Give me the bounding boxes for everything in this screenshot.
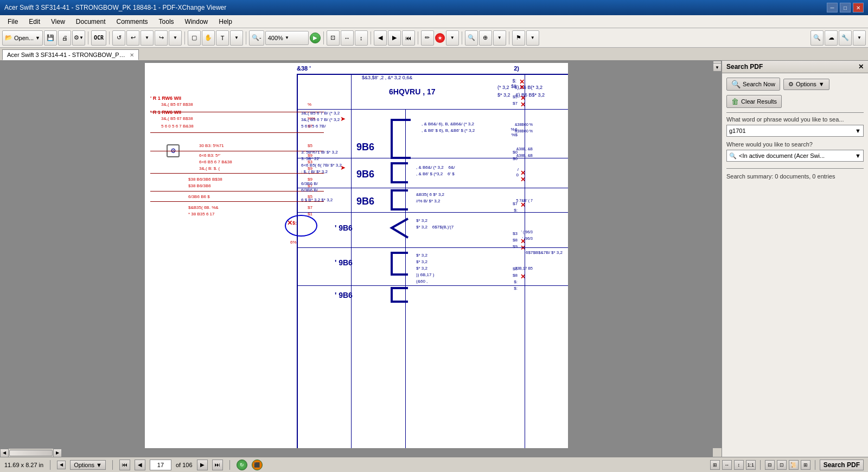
menu-window[interactable]: Window [180,17,214,27]
pdf-line-6 [150,201,324,202]
divider-2 [726,168,864,169]
statusbar-options-button[interactable]: Options ▼ [70,460,106,470]
pdf-c-star5: (&60 , [416,279,427,284]
pdf-c-dot-b: : $. ( B/ $* 3,2 [301,169,328,174]
toolbar: 📂 Open... ▼ 💾 🖨 ⚙ ▼ OCR ↺ ↩ ▼ ↪ ▼ ▢ ✋ T … [0,28,868,48]
next-page-btn[interactable]: ▶ [388,30,401,46]
pdf-bracket-4 [389,216,411,240]
text-tool[interactable]: T [216,30,229,46]
search-input-dropdown[interactable]: g1701 ▼ [726,125,864,137]
search-dropdown2[interactable]: ▼ [493,30,506,46]
zoom-fit-height-btn[interactable]: ↕ [734,460,744,470]
extra-dropdown[interactable]: ▼ [526,30,539,46]
hscroll-thumb[interactable] [9,450,53,456]
refresh-button[interactable]: ↺ [112,30,125,46]
maximize-button[interactable]: □ [840,3,851,12]
search-now-button[interactable]: 🔍 Search Now [726,78,780,91]
pdf-r-38b60-2: &38B60 % [515,129,533,133]
menu-tools[interactable]: Tools [154,17,180,27]
pdf-col-header-2: $8 [511,84,516,89]
nav-prev-button[interactable]: ◀ [135,460,145,470]
pdf-38b6-2: $38 B6/3B6 [188,183,211,188]
nav-btn-2[interactable]: ⏮ [402,30,415,46]
search-location-dropdown[interactable]: 🔍 <In active document (Acer Swi... ▼ [726,150,864,162]
pdf-page: &38 ' 2) $&3,$8' ,2 , &* 3,2 0,6& 6HQVRU… [0,61,713,448]
annotation-btn[interactable]: ✏ [421,30,434,46]
menu-file[interactable]: File [2,17,23,27]
fit-width-button[interactable]: ↔ [341,30,354,46]
undo-dropdown[interactable]: ▼ [141,30,154,46]
zoom-dropdown[interactable]: 400% ▼ [265,31,309,45]
redo-dropdown[interactable]: ▼ [169,30,182,46]
print-button[interactable]: 🖨 [58,30,71,46]
magnify-btn[interactable]: 🔍 [810,30,824,46]
tool-extra-dropdown[interactable]: ▼ [853,30,866,46]
extra-btn[interactable]: ⚑ [512,30,525,46]
save-button[interactable]: 💾 [44,30,57,46]
ocr-button[interactable]: OCR [91,30,106,46]
zoom-arrow: ▼ [285,35,289,40]
pdf-arrow-1: ➤ [340,115,346,123]
scroll-right-button[interactable]: ▶ [53,449,62,457]
zoom-pages-btn[interactable]: ⊡ [777,460,787,470]
clear-results-button[interactable]: 🗑 Clear Results [726,95,782,108]
zoom-fit-width-btn[interactable]: ↔ [722,460,732,470]
minimize-button[interactable]: ─ [827,3,838,12]
panel-close-icon[interactable]: ✕ [858,63,864,71]
page-number-input[interactable] [150,460,171,470]
settings-button[interactable]: ⚙ ▼ [72,30,85,46]
scroll-left-button[interactable]: ◀ [0,449,9,457]
pdf-hline-3 [297,188,568,188]
select-tool[interactable]: ▢ [188,30,201,46]
menu-view[interactable]: View [46,17,71,27]
red-dropdown[interactable]: ▼ [446,30,459,46]
menu-edit[interactable]: Edit [23,17,46,27]
nav-refresh-button[interactable]: ↻ [237,460,247,470]
tab-close-icon[interactable]: ✕ [130,52,134,58]
red-tool-btn[interactable]: ★ [435,33,445,43]
search-btn[interactable]: ⊕ [479,30,492,46]
zoom-out-btn[interactable]: 🔍- [249,30,264,46]
zoom-in-btn2[interactable]: 🔍 [465,30,478,46]
zoom-columns-btn[interactable]: ⊟ [765,460,775,470]
nav-last-button[interactable]: ⏭ [212,460,223,470]
nav-next-button[interactable]: ▶ [197,460,208,470]
separator-3 [184,31,185,44]
cloud-btn[interactable]: ☁ [825,30,838,46]
nav-first-button[interactable]: ⏮ [119,460,130,470]
hand-tool[interactable]: ✋ [202,30,215,46]
menu-document[interactable]: Document [71,17,111,27]
zoom-in-go-button[interactable]: ▶ [310,33,321,43]
tool-extra[interactable]: 🔧 [839,30,852,46]
pdf-r-8: $8 [513,238,518,243]
statusbar-right: ⊞ ↔ ↕ 1:1 ⊟ ⊡ 📜 ⊞ Search PDF [710,460,864,470]
prev-page-btn[interactable]: ◀ [374,30,387,46]
status-scroll-left[interactable]: ◀ [57,461,66,469]
scroll-down-button[interactable]: ▼ [713,63,722,72]
zoom-actual-size-btn[interactable]: 1:1 [746,460,756,470]
zoom-scroll-btn[interactable]: 📜 [789,460,799,470]
menu-help[interactable]: Help [213,17,238,27]
redo-button[interactable]: ↪ [155,30,168,46]
nav-stop-button[interactable]: ⬛ [252,460,263,470]
pdf-r-col-s: $: [514,279,518,284]
search-pdf-button[interactable]: Search PDF [820,460,864,470]
close-button[interactable]: ✕ [853,3,864,12]
tool-dropdown[interactable]: ▼ [230,30,243,46]
menu-comments[interactable]: Comments [111,17,154,27]
pdf-9b6-2: 9B6 [356,169,374,180]
search-now-icon: 🔍 [731,80,741,88]
pdf-x-2: ✕ [519,84,525,91]
pdf-r-slash: / [518,167,519,172]
undo-button[interactable]: ↩ [126,30,139,46]
fit-btn-2[interactable]: ↕ [355,30,368,46]
pdf-left-pct1: % [308,102,311,107]
fit-page-button[interactable]: ⊡ [327,30,340,46]
active-tab[interactable]: Acer Swift 3 SF314-41 - STRONGBOW_PK 188… [2,49,139,60]
zoom-fit-page-btn[interactable]: ⊞ [710,460,720,470]
pdf-r-7: $7 [513,101,518,106]
pdf-38b35: * 38 B35 6 17 [188,212,214,216]
options-button[interactable]: ⚙ Options ▼ [783,79,829,90]
zoom-facing-btn[interactable]: ⊞ [801,460,810,470]
open-button[interactable]: 📂 Open... ▼ [2,30,43,46]
